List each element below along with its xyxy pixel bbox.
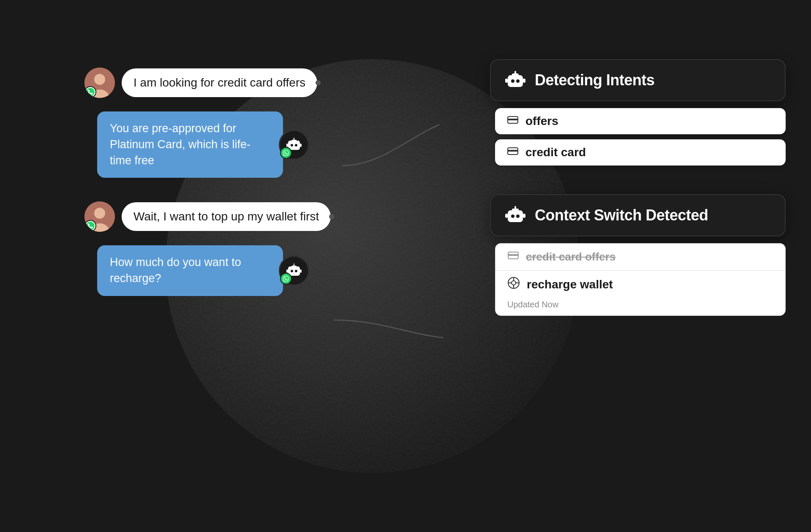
detecting-intents-title: Detecting Intents [535,71,655,89]
svg-point-32 [511,214,514,218]
svg-point-1 [94,74,105,85]
svg-point-21 [511,79,514,83]
svg-rect-39 [508,254,518,256]
svg-rect-18 [286,269,288,273]
bot-message-1-row: You are pre-approved for Platinum Card, … [97,111,363,178]
svg-rect-20 [508,75,523,87]
right-panels: Detecting Intents offers [490,59,786,316]
bot-message-2-row: How much do you want to recharge? [97,245,363,296]
svg-rect-30 [508,150,518,152]
user-message-1-row: I am looking for credit card offers [84,68,363,98]
user-message-2-bubble: Wait, I want to top up my wallet first [122,202,331,231]
svg-rect-26 [523,79,525,83]
context-tag-credit-card-text: credit card offers [526,250,615,263]
context-tag-recharge-row: recharge wallet [507,277,613,292]
whatsapp-badge-1 [84,86,96,98]
detecting-intents-panel: Detecting Intents [490,59,786,101]
credit-card-icon-context [507,250,519,264]
user-message-1-text: I am looking for credit card offers [133,76,305,89]
svg-point-33 [516,214,520,218]
svg-rect-19 [300,269,302,273]
svg-rect-7 [294,138,294,141]
svg-point-4 [291,144,293,147]
svg-point-14 [291,270,293,272]
svg-rect-35 [514,206,516,210]
chat-area: I am looking for credit card offers You … [84,68,363,296]
bot-message-2-bubble: How much do you want to recharge? [97,245,283,296]
user-avatar-2 [84,201,115,232]
intent-tag-credit-card-label: credit card [525,146,586,159]
scene: I am looking for credit card offers You … [0,0,811,532]
bot-message-2-text: How much do you want to recharge? [110,256,241,285]
svg-point-41 [512,281,516,285]
context-switch-bot-icon [504,204,526,226]
context-switch-section: Context Switch Detected credit card offe… [490,194,786,316]
context-tag-recharge-wallet: recharge wallet Updated Now [495,270,786,316]
svg-rect-24 [514,71,516,75]
context-tag-credit-card-offers: credit card offers [495,243,786,270]
whatsapp-badge-2 [84,220,96,232]
whatsapp-badge-bot-2 [280,273,292,285]
intent-tag-offers: offers [495,108,786,134]
wallet-icon [507,277,520,292]
svg-point-5 [295,144,297,147]
svg-rect-8 [286,144,288,147]
bot-avatar-2 [279,255,309,286]
context-tags-group: credit card offers [495,243,786,316]
context-switch-panel: Context Switch Detected [490,194,786,236]
user-message-2-text: Wait, I want to top up my wallet first [133,210,319,223]
user-avatar-1 [84,68,115,98]
context-tag-recharge-text: recharge wallet [527,278,613,291]
bot-avatar-1 [279,130,309,160]
intent-tags-group: offers credit card [495,108,786,166]
svg-point-15 [295,270,297,272]
svg-rect-9 [300,144,302,147]
context-switch-title: Context Switch Detected [535,206,708,224]
intent-tag-credit-card: credit card [495,139,786,166]
connector-dot-1 [316,80,321,85]
svg-rect-31 [508,210,523,222]
svg-rect-17 [294,263,294,266]
svg-point-11 [94,208,105,219]
credit-card-icon-offers [507,114,519,128]
bot-message-1-bubble: You are pre-approved for Platinum Card, … [97,111,283,178]
detecting-intents-bot-icon [504,69,526,91]
user-message-1-bubble: I am looking for credit card offers [122,68,317,97]
svg-rect-25 [505,79,508,83]
detecting-intents-section: Detecting Intents offers [490,59,786,166]
svg-point-22 [516,79,520,83]
whatsapp-badge-bot-1 [280,147,292,159]
svg-rect-28 [508,119,518,120]
connector-dot-2 [329,214,334,219]
svg-rect-36 [505,214,508,218]
intent-tag-offers-label: offers [525,114,558,128]
credit-card-icon-card [507,145,519,160]
context-tag-updated-text: Updated Now [507,300,558,309]
bot-message-1-text: You are pre-approved for Platinum Card, … [110,122,250,167]
user-message-2-row: Wait, I want to top up my wallet first [84,201,363,232]
svg-rect-37 [523,214,525,218]
